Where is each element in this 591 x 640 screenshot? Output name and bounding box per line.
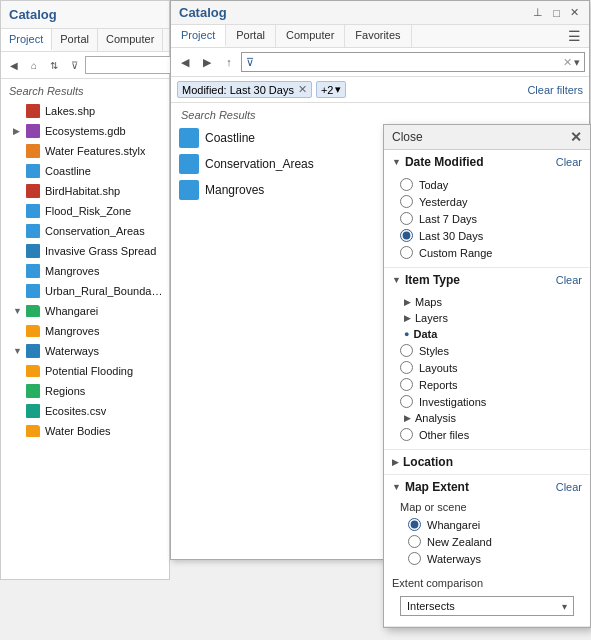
item-type-analysis[interactable]: ▶ Analysis xyxy=(400,410,582,426)
item-label: Mangroves xyxy=(205,183,264,197)
main-tab-project[interactable]: Project xyxy=(171,25,226,47)
filter-panel: Close ✕ ▼ Date Modified Clear Today Yest… xyxy=(383,124,591,628)
extent-comparison-dropdown[interactable]: Intersects ▾ xyxy=(400,596,574,616)
list-item[interactable]: Ecosites.csv xyxy=(1,401,169,421)
list-item[interactable]: BirdHabitat.shp xyxy=(1,181,169,201)
item-styles-input[interactable] xyxy=(400,344,413,357)
nav-back-btn[interactable]: ◀ xyxy=(175,52,195,72)
item-reports-input[interactable] xyxy=(400,378,413,391)
filter-bar: Modified: Last 30 Days ✕ +2 ▾ Clear filt… xyxy=(171,77,589,103)
coastline-icon xyxy=(179,128,199,148)
list-item[interactable]: Urban_Rural_Boundaries xyxy=(1,281,169,301)
left-tab-project[interactable]: Project xyxy=(1,29,52,51)
left-results: Search Results Lakes.shp ▶ Ecosystems.gd… xyxy=(1,79,169,579)
section-label-wrap: ▼ Item Type xyxy=(392,273,460,287)
list-item[interactable]: Water Bodies xyxy=(1,421,169,441)
list-item[interactable]: ▼ Whangarei xyxy=(1,301,169,321)
filter-section-item-type-header[interactable]: ▼ Item Type Clear xyxy=(384,268,590,292)
list-item[interactable]: Potential Flooding xyxy=(1,361,169,381)
data-label: Data xyxy=(413,328,437,340)
left-back-btn[interactable]: ◀ xyxy=(5,56,23,74)
list-item[interactable]: Regions xyxy=(1,381,169,401)
item-type-maps[interactable]: ▶ Maps xyxy=(400,294,582,310)
radio-custom-range[interactable]: Custom Range xyxy=(400,244,582,261)
item-other-files-input[interactable] xyxy=(400,428,413,441)
list-item[interactable]: Coastline xyxy=(1,161,169,181)
list-item[interactable]: Conservation_Areas xyxy=(1,221,169,241)
style-icon xyxy=(25,143,41,159)
section-label-wrap: ▼ Map Extent xyxy=(392,480,469,494)
radio-whangarei[interactable]: Whangarei xyxy=(400,516,582,533)
list-item[interactable]: Flood_Risk_Zone xyxy=(1,201,169,221)
radio-last30days-input[interactable] xyxy=(400,229,413,242)
radio-new-zealand-input[interactable] xyxy=(408,535,421,548)
main-tab-favorites[interactable]: Favorites xyxy=(345,25,411,47)
left-filter-btn[interactable]: ⊽ xyxy=(65,56,83,74)
item-type-layers[interactable]: ▶ Layers xyxy=(400,310,582,326)
radio-custom-range-input[interactable] xyxy=(400,246,413,259)
left-sort-btn[interactable]: ⇅ xyxy=(45,56,63,74)
filter-tag-remove[interactable]: ✕ xyxy=(298,83,307,96)
list-item[interactable]: Mangroves xyxy=(1,321,169,341)
radio-last7days[interactable]: Last 7 Days xyxy=(400,210,582,227)
filter-tag-label: Modified: Last 30 Days xyxy=(182,84,294,96)
item-layouts-input[interactable] xyxy=(400,361,413,374)
item-other-files[interactable]: Other files xyxy=(400,426,582,443)
item-styles[interactable]: Styles xyxy=(400,342,582,359)
search-clear-icon[interactable]: ✕ xyxy=(563,56,572,69)
filter-tag-modified[interactable]: Modified: Last 30 Days ✕ xyxy=(177,81,312,98)
item-label: BirdHabitat.shp xyxy=(45,185,120,197)
nav-forward-btn[interactable]: ▶ xyxy=(197,52,217,72)
item-label: Lakes.shp xyxy=(45,105,95,117)
left-home-btn[interactable]: ⌂ xyxy=(25,56,43,74)
radio-yesterday-input[interactable] xyxy=(400,195,413,208)
list-item[interactable]: ▶ Ecosystems.gdb xyxy=(1,121,169,141)
radio-last7days-input[interactable] xyxy=(400,212,413,225)
filter-section-map-extent-header[interactable]: ▼ Map Extent Clear xyxy=(384,475,590,499)
map-or-scene-label: Map or scene xyxy=(400,501,582,516)
shapefile-icon xyxy=(25,103,41,119)
float-btn[interactable]: □ xyxy=(551,7,562,19)
list-item[interactable]: Water Features.stylx xyxy=(1,141,169,161)
item-investigations[interactable]: Investigations xyxy=(400,393,582,410)
item-type-data[interactable]: ● Data xyxy=(400,326,582,342)
radio-new-zealand[interactable]: New Zealand xyxy=(400,533,582,550)
item-type-clear-btn[interactable]: Clear xyxy=(556,274,582,286)
dropdown-arrow-icon: ▾ xyxy=(562,601,567,612)
left-tab-portal[interactable]: Portal xyxy=(52,29,98,51)
close-btn[interactable]: ✕ xyxy=(568,6,581,19)
radio-last30days[interactable]: Last 30 Days xyxy=(400,227,582,244)
radio-today-input[interactable] xyxy=(400,178,413,191)
section-collapse-arrow: ▼ xyxy=(392,482,401,492)
radio-waterways-input[interactable] xyxy=(408,552,421,565)
filter-more-label: +2 xyxy=(321,84,334,96)
item-layouts[interactable]: Layouts xyxy=(400,359,582,376)
date-modified-clear-btn[interactable]: Clear xyxy=(556,156,582,168)
main-tab-computer[interactable]: Computer xyxy=(276,25,345,47)
item-investigations-input[interactable] xyxy=(400,395,413,408)
radio-yesterday[interactable]: Yesterday xyxy=(400,193,582,210)
auto-hide-btn[interactable]: ⊥ xyxy=(531,6,545,19)
list-item[interactable]: ▼ Waterways xyxy=(1,341,169,361)
map-extent-clear-btn[interactable]: Clear xyxy=(556,481,582,493)
search-chevron-icon[interactable]: ▾ xyxy=(574,56,580,69)
filter-section-location-header[interactable]: ▶ Location xyxy=(384,450,590,474)
hamburger-menu[interactable]: ☰ xyxy=(564,28,585,44)
radio-waterways[interactable]: Waterways xyxy=(400,550,582,567)
radio-today[interactable]: Today xyxy=(400,176,582,193)
main-search-input[interactable]: water xyxy=(256,55,561,69)
clear-filters-btn[interactable]: Clear filters xyxy=(527,84,583,96)
generic-icon xyxy=(25,263,41,279)
filter-more-btn[interactable]: +2 ▾ xyxy=(316,81,347,98)
filter-panel-close-btn[interactable]: ✕ xyxy=(570,129,582,145)
main-tab-portal[interactable]: Portal xyxy=(226,25,276,47)
item-reports[interactable]: Reports xyxy=(400,376,582,393)
list-item[interactable]: Mangroves xyxy=(1,261,169,281)
radio-whangarei-input[interactable] xyxy=(408,518,421,531)
nav-up-btn[interactable]: ↑ xyxy=(219,52,239,72)
left-tab-computer[interactable]: Computer xyxy=(98,29,163,51)
list-item[interactable]: Invasive Grass Spread xyxy=(1,241,169,261)
filter-section-date-modified-header[interactable]: ▼ Date Modified Clear xyxy=(384,150,590,174)
list-item[interactable]: Lakes.shp xyxy=(1,101,169,121)
item-label: Potential Flooding xyxy=(45,365,133,377)
